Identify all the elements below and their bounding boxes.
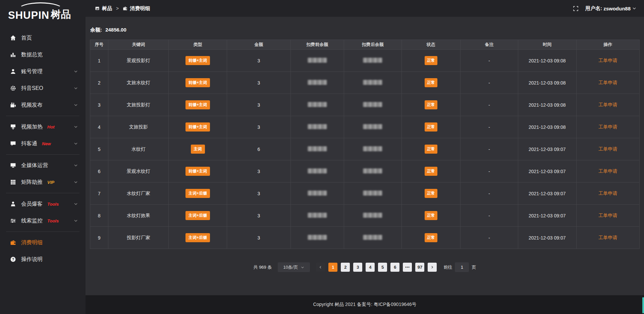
sidebar-item-label: 数据总览 xyxy=(21,51,43,58)
page-button-97[interactable]: 97 xyxy=(415,263,424,272)
work-order-link[interactable]: 工单申请 xyxy=(598,213,617,218)
chevron-down-icon xyxy=(73,124,78,129)
logo-arc xyxy=(17,2,64,18)
cell-index: 2 xyxy=(90,72,108,94)
next-page-button[interactable] xyxy=(428,263,437,272)
fullscreen-icon[interactable] xyxy=(573,6,579,11)
masked-balance-after xyxy=(363,80,382,85)
sidebar-item-sliders[interactable]: 线索监控Tools xyxy=(0,212,86,229)
page-button-4[interactable]: 4 xyxy=(366,263,375,272)
bar-chart-icon xyxy=(10,52,16,58)
sidebar-item-user[interactable]: 账号管理 xyxy=(0,63,86,80)
cell-balance-after xyxy=(344,94,401,116)
cell-keyword: 投影灯厂家 xyxy=(108,227,169,249)
sidebar-item-member[interactable]: 会员爆客Tools xyxy=(0,196,86,212)
sidebar-item-chat[interactable]: 抖客通New xyxy=(0,135,86,152)
goto-page-input[interactable] xyxy=(455,262,469,272)
chevron-left-icon xyxy=(319,265,322,269)
user-icon xyxy=(10,68,16,74)
sidebar-item-heat[interactable]: 视频加热Hot xyxy=(0,118,86,135)
cell-amount: 3 xyxy=(227,227,290,249)
cell-index: 4 xyxy=(90,116,108,138)
cell-amount: 6 xyxy=(227,138,290,160)
table-row: 2文旅水纹灯前缀+主词3正常-2021-12-03 09:08工单申请 xyxy=(90,72,640,94)
chevron-down-icon xyxy=(73,163,78,168)
cell-status: 正常 xyxy=(401,182,460,205)
page-size-select[interactable]: 10条/页 xyxy=(278,262,310,272)
user-menu[interactable]: 用户名: zswodun88 xyxy=(585,5,637,12)
cell-amount: 3 xyxy=(227,72,290,94)
work-order-link[interactable]: 工单申请 xyxy=(598,191,617,196)
page-size-value: 10条/页 xyxy=(283,264,298,270)
app-logo[interactable]: SHUPIN 树品 xyxy=(0,0,86,25)
sidebar: SHUPIN 树品 首页数据总览账号管理抖音SEO视频发布视频加热Hot抖客通N… xyxy=(0,0,86,314)
cell-note: - xyxy=(460,160,518,182)
cell-balance-before xyxy=(290,116,344,138)
sidebar-item-help[interactable]: ?操作说明 xyxy=(0,251,86,268)
cell-balance-before xyxy=(290,72,344,94)
sidebar-item-home[interactable]: 首页 xyxy=(0,30,86,46)
menu-divider xyxy=(6,231,79,232)
work-order-link[interactable]: 工单申请 xyxy=(598,58,617,63)
cell-status: 正常 xyxy=(401,138,460,160)
status-badge: 正常 xyxy=(425,233,437,242)
cell-amount: 3 xyxy=(227,94,290,116)
sidebar-item-gear[interactable]: 抖音SEO xyxy=(0,80,86,97)
page-button-2[interactable]: 2 xyxy=(341,263,350,272)
cell-time: 2021-12-03 09:07 xyxy=(518,205,576,227)
cell-type: 主词 xyxy=(169,138,227,160)
status-badge: 正常 xyxy=(425,189,437,198)
column-header: 操作 xyxy=(576,40,639,50)
cell-keyword: 文旅投影灯 xyxy=(108,94,169,116)
work-order-link[interactable]: 工单申请 xyxy=(598,124,617,129)
cell-balance-after xyxy=(344,50,401,72)
cell-keyword: 水纹灯 xyxy=(108,138,169,160)
sidebar-item-bar-chart[interactable]: 数据总览 xyxy=(0,46,86,63)
scrollbar-fragment[interactable] xyxy=(642,297,644,313)
type-badge: 前缀+主词 xyxy=(185,56,210,65)
status-badge: 正常 xyxy=(425,211,437,220)
sidebar-item-monitor[interactable]: 全媒体运营 xyxy=(0,157,86,174)
wallet-icon xyxy=(10,240,16,246)
breadcrumb-item-root[interactable]: 树品 xyxy=(102,5,112,12)
sidebar-item-video[interactable]: 视频发布 xyxy=(0,97,86,113)
sidebar-item-wallet[interactable]: 消费明细 xyxy=(0,234,86,251)
page-button-3[interactable]: 3 xyxy=(353,263,362,272)
cell-balance-after xyxy=(344,227,401,249)
prev-page-button[interactable] xyxy=(316,263,325,272)
work-order-link[interactable]: 工单申请 xyxy=(598,235,617,240)
sidebar-item-grid[interactable]: 矩阵助推VIP xyxy=(0,174,86,191)
sidebar-menu: 首页数据总览账号管理抖音SEO视频发布视频加热Hot抖客通New全媒体运营矩阵助… xyxy=(0,25,86,268)
work-order-link[interactable]: 工单申请 xyxy=(598,102,617,107)
page-more-button[interactable]: ••• xyxy=(403,263,412,272)
page-buttons: 123456•••97 xyxy=(328,263,424,272)
work-order-link[interactable]: 工单申请 xyxy=(598,80,617,85)
cell-time: 2021-12-03 09:07 xyxy=(518,138,576,160)
username-label: 用户名: xyxy=(585,5,602,12)
cell-time: 2021-12-03 09:07 xyxy=(518,182,576,205)
page-footer: Copyright 树品 2021 备案号: 粤ICP备09019646号 xyxy=(86,295,644,314)
cell-status: 正常 xyxy=(401,94,460,116)
table-row: 6景观水纹灯前缀+主词3正常-2021-12-03 09:07工单申请 xyxy=(90,160,640,182)
work-order-link[interactable]: 工单申请 xyxy=(598,168,617,174)
cell-note: - xyxy=(460,50,518,72)
table-row: 7水纹灯厂家主词+后缀3正常-2021-12-03 09:07工单申请 xyxy=(90,182,640,205)
cell-note: - xyxy=(460,182,518,205)
page-button-1[interactable]: 1 xyxy=(328,263,337,272)
sidebar-item-label: 视频发布 xyxy=(21,102,43,109)
cell-action: 工单申请 xyxy=(576,138,639,160)
cell-keyword: 景观水纹灯 xyxy=(108,160,169,182)
sidebar-item-label: 操作说明 xyxy=(21,256,43,263)
cell-keyword: 水纹灯厂家 xyxy=(108,182,169,205)
chevron-down-icon xyxy=(73,86,78,91)
page-button-5[interactable]: 5 xyxy=(378,263,387,272)
cell-action: 工单申请 xyxy=(576,205,639,227)
page-button-6[interactable]: 6 xyxy=(390,263,399,272)
masked-balance-after xyxy=(363,146,382,151)
cell-keyword: 文旅水纹灯 xyxy=(108,72,169,94)
type-badge: 主词+后缀 xyxy=(185,189,210,198)
column-header: 扣费后余额 xyxy=(344,40,401,50)
chevron-down-icon xyxy=(73,69,78,74)
cell-note: - xyxy=(460,227,518,249)
work-order-link[interactable]: 工单申请 xyxy=(598,146,617,152)
